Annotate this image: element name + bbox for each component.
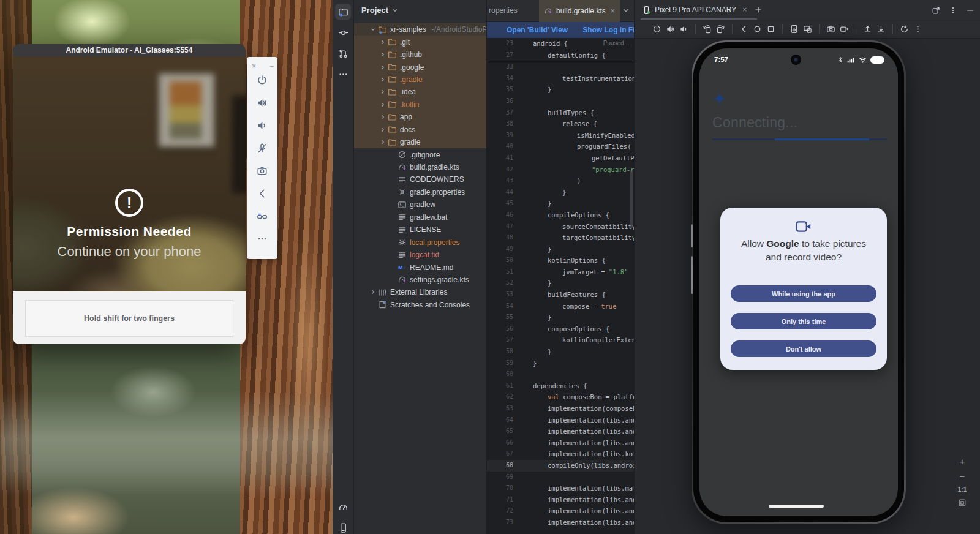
- tree-item-app[interactable]: app: [354, 111, 487, 123]
- tree-item-local-properties[interactable]: local.properties: [354, 236, 487, 248]
- tree-item-docs[interactable]: docs: [354, 124, 487, 136]
- tree-item-readme-md[interactable]: M↓README.md: [354, 261, 487, 273]
- tree-item-gradle[interactable]: gradle: [354, 136, 487, 148]
- tree-item-gradlew[interactable]: gradlew: [354, 198, 487, 211]
- device-upload-button[interactable]: [862, 24, 873, 34]
- tree-item-settings-gradle-kts[interactable]: settings.gradle.kts: [354, 274, 487, 286]
- panel-open-in-new-button[interactable]: [932, 6, 940, 15]
- chevron-right-icon[interactable]: [379, 114, 387, 120]
- tree-item-label: xr-samples: [390, 25, 426, 34]
- emulator-titlebar[interactable]: Android Emulator - AI_Glasses:5554: [13, 44, 246, 56]
- tab-build-gradle-kts[interactable]: build.gradle.kts ×: [539, 0, 620, 22]
- strip-profiler-button[interactable]: [336, 498, 352, 514]
- editor-scrollbar-thumb[interactable]: [630, 170, 633, 228]
- device-kebab-button[interactable]: [913, 24, 923, 34]
- tree-item-build-gradle-kts[interactable]: build.gradle.kts: [354, 161, 487, 173]
- panel-kebab-button[interactable]: [949, 6, 957, 15]
- emulator-volume-up-button[interactable]: [255, 97, 269, 109]
- emulator-title: Android Emulator - AI_Glasses:5554: [66, 46, 193, 55]
- device-reset-button[interactable]: [899, 24, 910, 34]
- code-text: }: [548, 198, 551, 209]
- emulator-glasses-button[interactable]: [255, 210, 269, 222]
- device-volume-down-button[interactable]: [679, 24, 689, 34]
- emulator-back-button[interactable]: [255, 187, 269, 200]
- strip-more-button[interactable]: [335, 66, 351, 82]
- chevron-right-icon[interactable]: [379, 127, 387, 133]
- tree-item--github[interactable]: .github: [354, 48, 487, 61]
- device-rotate-cw-button[interactable]: [715, 24, 726, 34]
- tree-item-logcat-txt[interactable]: logcat.txt: [354, 249, 487, 261]
- emulator-volume-down-button[interactable]: [255, 119, 269, 132]
- emulator-more-button[interactable]: [255, 233, 269, 245]
- device-home-button[interactable]: [752, 24, 763, 34]
- emulator-camera-button[interactable]: [255, 165, 269, 177]
- tree-item--kotlin[interactable]: .kotlin: [354, 99, 487, 111]
- code-editor[interactable]: 23android {Paused...27defaultConfig {333…: [487, 38, 634, 534]
- fit-screen-icon[interactable]: [958, 498, 967, 507]
- tree-item-scratches-and-consoles[interactable]: Scratches and Consoles: [354, 299, 487, 311]
- device-record-button[interactable]: [839, 24, 850, 34]
- strip-device-manager-button[interactable]: [336, 519, 352, 534]
- while-using-app-button[interactable]: While using the app: [731, 285, 876, 302]
- show-log-in-finder-link[interactable]: Show Log in Finder: [582, 26, 634, 34]
- tree-item-license[interactable]: LICENSE: [354, 224, 487, 236]
- actual-size-button[interactable]: 1:1: [958, 486, 967, 493]
- emulator-power-button[interactable]: [255, 74, 269, 86]
- tree-item-gradlew-bat[interactable]: gradlew.bat: [354, 211, 487, 224]
- camera-icon: [826, 24, 836, 34]
- add-device-tab-icon[interactable]: [754, 6, 763, 14]
- tree-item-codeowners[interactable]: CODEOWNERS: [354, 173, 487, 186]
- tree-item--gradle[interactable]: .gradle: [354, 73, 487, 86]
- device-camera-button[interactable]: [826, 24, 836, 34]
- emulator-screen[interactable]: ! Permission Needed Continue on your pho…: [13, 56, 246, 291]
- tree-item-gradle-properties[interactable]: gradle.properties: [354, 186, 487, 198]
- strip-commit-button[interactable]: [335, 24, 351, 40]
- device-display-mode-button[interactable]: [802, 24, 813, 34]
- emulator-close-button[interactable]: ×: [252, 62, 256, 70]
- emulator-minimize-button[interactable]: −: [270, 62, 274, 70]
- chevron-right-icon[interactable]: [379, 102, 387, 108]
- tree-item--gitignore[interactable]: .gitignore: [354, 148, 487, 160]
- device-device-settings-button[interactable]: [789, 24, 799, 34]
- chevron-right-icon[interactable]: [379, 77, 387, 83]
- chevron-right-icon[interactable]: [379, 64, 387, 70]
- tree-item--google[interactable]: .google: [354, 61, 487, 73]
- chevron-down-icon[interactable]: [391, 7, 399, 14]
- only-this-time-button[interactable]: Only this time: [731, 313, 876, 329]
- project-panel-header[interactable]: Project: [354, 0, 486, 15]
- chevron-right-icon[interactable]: [379, 139, 387, 145]
- editor-area[interactable]: roperties build.gradle.kts × Open 'Build…: [487, 0, 634, 534]
- chevron-right-icon[interactable]: [369, 289, 377, 295]
- strip-vcs-button[interactable]: [335, 45, 351, 61]
- device-tab-pixel-9-pro[interactable]: Pixel 9 Pro API CANARY ×: [635, 0, 750, 20]
- device-volume-up-button[interactable]: [665, 24, 676, 34]
- line-number: 51: [487, 266, 513, 278]
- strip-project-folder-button[interactable]: [335, 4, 351, 20]
- tree-item--idea[interactable]: .idea: [354, 86, 487, 98]
- chevron-down-icon[interactable]: [369, 26, 377, 32]
- dont-allow-button[interactable]: Don't allow: [731, 340, 876, 357]
- tab-gradle-properties[interactable]: roperties: [489, 6, 518, 15]
- chevron-right-icon[interactable]: [379, 89, 387, 95]
- tab-close-icon[interactable]: ×: [611, 7, 615, 15]
- panel-minimize-button[interactable]: [966, 6, 974, 15]
- code-text: jvmTarget = "1.8": [562, 266, 628, 278]
- hidden-tabs-chevron-icon[interactable]: [622, 6, 630, 15]
- device-rotate-ccw-button[interactable]: [702, 24, 712, 34]
- tree-item-external-libraries[interactable]: External Libraries: [354, 286, 487, 298]
- zoom-in-button[interactable]: +: [960, 457, 965, 466]
- device-back-button[interactable]: [739, 24, 749, 34]
- chevron-right-icon[interactable]: [379, 51, 387, 58]
- chevron-right-icon[interactable]: [379, 39, 387, 45]
- home-indicator[interactable]: [769, 505, 824, 508]
- device-power-button[interactable]: [652, 24, 662, 34]
- device-overview-button[interactable]: [766, 24, 776, 34]
- device-download-button[interactable]: [876, 24, 886, 34]
- tree-item-xr-samples[interactable]: xr-samples~/AndroidStudioProje: [354, 23, 487, 36]
- open-build-view-link[interactable]: Open 'Build' View: [507, 26, 568, 34]
- tree-item--git[interactable]: .git: [354, 36, 487, 48]
- zoom-out-button[interactable]: −: [960, 472, 965, 481]
- emulator-mic-off-button[interactable]: [255, 142, 269, 154]
- device-tab-close-icon[interactable]: ×: [742, 6, 747, 14]
- phone-screen[interactable]: 7:57: [699, 48, 898, 516]
